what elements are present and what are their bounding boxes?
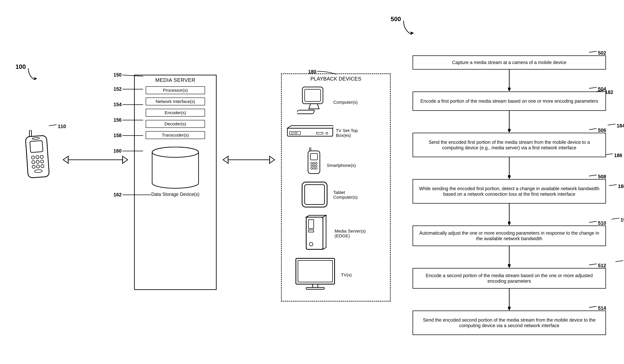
svg-rect-0: [29, 130, 31, 137]
step-514: Send the encoded second portion of the m…: [413, 311, 606, 335]
step-text: Capture a media stream at a camera of a …: [452, 60, 566, 65]
ref-160: 160: [113, 148, 122, 154]
svg-rect-27: [297, 110, 314, 114]
ref-num: 512: [598, 263, 606, 268]
ref-162: 162: [113, 192, 122, 197]
curved-arrow-icon: [402, 19, 422, 39]
playback-devices-box: PLAYBACK DEVICES Computer(s) 182 12:00 T: [281, 73, 391, 301]
server-caption: Media Server(s)(EDGE): [335, 229, 373, 238]
ref-num: 508: [598, 174, 606, 179]
ref-156: 156: [113, 117, 122, 123]
component-network-interface: Network Interface(s): [146, 97, 205, 105]
settop-caption: TV Set-TopBox(es): [336, 128, 364, 138]
step-text: While sending the encoded first portion,…: [418, 186, 601, 197]
computer-icon: Computer(s): [297, 86, 331, 115]
figure-100-ref: 100: [15, 63, 26, 70]
ref-506: 506: [589, 128, 606, 133]
ref-num: 186: [614, 153, 622, 158]
down-arrow-icon: [508, 289, 511, 311]
svg-rect-53: [306, 288, 324, 289]
ref-152: 152: [113, 86, 122, 92]
ref-num: 504: [598, 86, 606, 92]
ref-num: 514: [598, 305, 606, 311]
svg-rect-2: [30, 141, 43, 152]
ref-num: 154: [113, 102, 122, 107]
ref-504: 504: [589, 86, 606, 92]
svg-rect-34: [310, 153, 317, 160]
playback-ref: 180: [308, 69, 316, 74]
component-decoders: Decoder(s): [146, 120, 205, 128]
playback-title: PLAYBACK DEVICES: [282, 76, 390, 82]
figure-100-ref-number: 100: [15, 63, 26, 70]
bidirectional-arrow-icon: [58, 155, 133, 165]
ref-num: 152: [113, 86, 122, 92]
step-text: Send the encoded second portion of the m…: [418, 317, 601, 328]
down-arrow-icon: [508, 246, 511, 268]
step-510: Automatically adjust the one or more enc…: [413, 225, 606, 246]
down-arrow-icon: [508, 204, 511, 225]
phone-ref: 110: [49, 124, 66, 129]
component-encoders: Encoder(s): [146, 109, 205, 117]
ref-num: 188: [618, 184, 624, 189]
ref-num: 160: [113, 148, 122, 154]
step-504: Encode a first portion of the media stre…: [413, 92, 606, 111]
tablet-icon: TabletComputer(s): [301, 181, 328, 208]
step-506: Send the encoded first portion of the me…: [413, 133, 606, 157]
smartphone-caption: Smartphone(s): [327, 163, 356, 168]
ref-190: 190: [612, 217, 624, 223]
curved-arrow-icon: [27, 67, 44, 84]
down-arrow-icon: [508, 111, 511, 133]
svg-rect-45: [305, 185, 325, 204]
smartphone-icon: Smartphone(s): [306, 147, 322, 175]
figure-500: 500 Capture a media stream at a camera o…: [406, 17, 612, 352]
tv-caption: TV(s): [341, 272, 352, 277]
svg-rect-52: [313, 284, 318, 288]
figure-500-ref: 500: [391, 15, 401, 23]
media-server-box: MEDIA SERVER Processor(s) Network Interf…: [134, 75, 217, 290]
ref-num: 150: [113, 72, 122, 77]
ref-num: 158: [113, 133, 122, 138]
ref-154: 154: [113, 102, 122, 107]
mobile-phone-icon: [25, 130, 50, 179]
settop-icon: 12:00 TV Set-TopBox(es): [287, 124, 333, 140]
ref-158: 158: [113, 133, 122, 138]
ref-num: 190: [621, 217, 624, 222]
svg-line-17: [123, 75, 143, 76]
step-508: While sending the encoded first portion,…: [413, 179, 606, 204]
computer-caption: Computer(s): [333, 100, 358, 105]
figure-500-ref-number: 500: [391, 16, 401, 23]
phone-ref-number: 110: [58, 124, 66, 129]
step-text: Send the encoded first portion of the me…: [418, 139, 601, 150]
settop-time: 12:00: [290, 131, 298, 135]
ref-num: 162: [113, 192, 122, 197]
tablet-caption: TabletComputer(s): [333, 190, 365, 200]
step-512: Encode a second portion of the media str…: [413, 268, 606, 289]
media-server-ref: 150: [113, 72, 122, 78]
tv-icon: TV(s): [295, 257, 336, 292]
ref-num: 510: [598, 220, 606, 226]
ref-num: 502: [598, 50, 606, 56]
ref-514: 514: [589, 305, 606, 311]
step-502: Capture a media stream at a camera of a …: [413, 55, 606, 70]
ref-num: 184: [617, 123, 624, 128]
ref-510: 510: [589, 220, 606, 226]
ref-num: 180: [308, 69, 316, 74]
ref-502: 502: [589, 50, 606, 56]
ref-192: 192: [616, 260, 624, 265]
storage-cylinder-icon: [151, 147, 200, 189]
down-arrow-icon: [508, 70, 511, 92]
svg-rect-26: [305, 89, 321, 101]
ref-num: 506: [598, 128, 606, 133]
server-icon: Media Server(s)(EDGE): [301, 215, 329, 252]
component-processors: Processor(s): [146, 86, 205, 94]
step-text: Encode a second portion of the media str…: [418, 273, 601, 284]
ref-512: 512: [589, 263, 606, 268]
figure-100: 100 110: [13, 70, 400, 315]
component-transcoders: Transcoder(s): [146, 131, 205, 139]
step-text: Encode a first portion of the media stre…: [420, 98, 598, 104]
bidirectional-arrow-icon: [218, 155, 280, 165]
ref-508: 508: [589, 174, 606, 179]
media-server-title: MEDIA SERVER: [135, 77, 216, 83]
down-arrow-icon: [508, 157, 511, 179]
step-text: Automatically adjust the one or more enc…: [418, 230, 601, 241]
